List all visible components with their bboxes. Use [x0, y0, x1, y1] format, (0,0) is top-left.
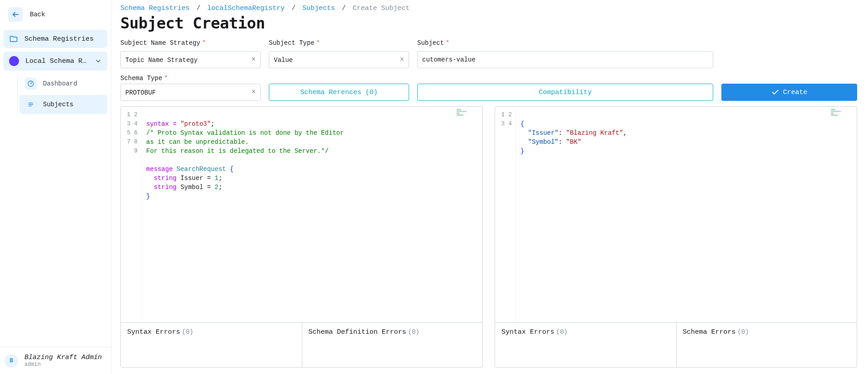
page-title: Subject Creation: [120, 14, 857, 32]
list-icon: [25, 99, 37, 110]
breadcrumb-link[interactable]: localSchemaRegistry: [207, 5, 285, 12]
sidebar-item-local-registry[interactable]: Local Schema Regi…: [4, 52, 107, 71]
user-profile[interactable]: B Blazing Kraft Admin admin: [0, 347, 111, 374]
avatar: B: [5, 354, 18, 368]
strategy-label: Subject Name Strategy*: [120, 39, 261, 47]
back-button[interactable]: Back: [4, 4, 107, 25]
sidebar-item-schema-registries[interactable]: Schema Registries: [4, 30, 107, 48]
sample-editor[interactable]: 1 2 3 4 { "Issuer": "Blazing Kraft", "Sy…: [495, 106, 857, 322]
sidebar-item-dashboard[interactable]: Dashboard: [19, 74, 107, 93]
user-name: Blazing Kraft Admin: [24, 354, 102, 361]
chevron-down-icon: [95, 57, 102, 65]
schema-type-select[interactable]: PROTOBUF ×: [120, 84, 261, 101]
left-errors: Syntax Errors(0) Schema Definition Error…: [120, 322, 483, 368]
left-editor-column: 1 2 3 4 5 6 7 8 9 syntax = "proto3"; /* …: [120, 106, 483, 368]
registry-dot-icon: [9, 56, 19, 66]
breadcrumb-link[interactable]: Subjects: [302, 5, 335, 12]
line-gutter: 1 2 3 4 5 6 7 8 9: [121, 107, 142, 322]
gauge-icon: [25, 78, 37, 90]
strategy-select[interactable]: Topic Name Strategy ×: [120, 51, 261, 68]
subject-type-select[interactable]: Value ×: [269, 51, 409, 68]
code-area[interactable]: { "Issuer": "Blazing Kraft", "Symbol": "…: [516, 107, 857, 322]
schema-errors-panel: Schema Errors(0): [676, 323, 857, 367]
schema-definition-errors-panel: Schema Definition Errors(0): [302, 323, 483, 367]
compatibility-button[interactable]: Compatibility: [417, 84, 713, 101]
breadcrumb-link[interactable]: Schema Registries: [120, 5, 190, 12]
minimap[interactable]: [831, 108, 855, 120]
main-content: Schema Registries / localSchemaRegistry …: [111, 0, 868, 374]
sidebar-item-label: Dashboard: [43, 80, 77, 87]
breadcrumb-current: Create Subject: [353, 5, 410, 12]
sidebar: Back Schema Registries Local Schema Regi…: [0, 0, 111, 374]
schema-editor[interactable]: 1 2 3 4 5 6 7 8 9 syntax = "proto3"; /* …: [120, 106, 483, 322]
right-editor-column: 1 2 3 4 { "Issuer": "Blazing Kraft", "Sy…: [495, 106, 857, 368]
folder-icon: [9, 34, 18, 43]
clear-icon[interactable]: ×: [251, 88, 256, 96]
subject-label: Subject*: [417, 39, 713, 47]
sidebar-item-subjects[interactable]: Subjects: [19, 95, 107, 114]
schema-references-button[interactable]: Schema Rerences (0): [269, 84, 409, 101]
sidebar-item-label: Subjects: [43, 101, 73, 108]
user-role: admin: [24, 361, 102, 368]
subject-type-label: Subject Type*: [269, 39, 409, 47]
sidebar-item-label: Local Schema Regi…: [25, 57, 88, 65]
line-gutter: 1 2 3 4: [495, 107, 516, 322]
create-button[interactable]: Create: [721, 84, 857, 101]
check-icon: [771, 88, 779, 96]
breadcrumb: Schema Registries / localSchemaRegistry …: [120, 5, 857, 12]
clear-icon[interactable]: ×: [251, 56, 256, 64]
code-area[interactable]: syntax = "proto3"; /* Proto Syntax valid…: [142, 107, 482, 322]
back-arrow-icon: [8, 7, 23, 22]
clear-icon[interactable]: ×: [400, 56, 404, 64]
sidebar-item-label: Schema Registries: [24, 35, 94, 43]
sidebar-sublist: Dashboard Subjects: [17, 74, 107, 116]
syntax-errors-panel: Syntax Errors(0): [121, 323, 302, 367]
subject-input[interactable]: [417, 51, 713, 68]
schema-type-label: Schema Type*: [120, 75, 261, 82]
minimap[interactable]: [457, 108, 481, 120]
back-label: Back: [30, 11, 45, 18]
syntax-errors-panel: Syntax Errors(0): [495, 323, 676, 367]
right-errors: Syntax Errors(0) Schema Errors(0): [495, 322, 857, 368]
